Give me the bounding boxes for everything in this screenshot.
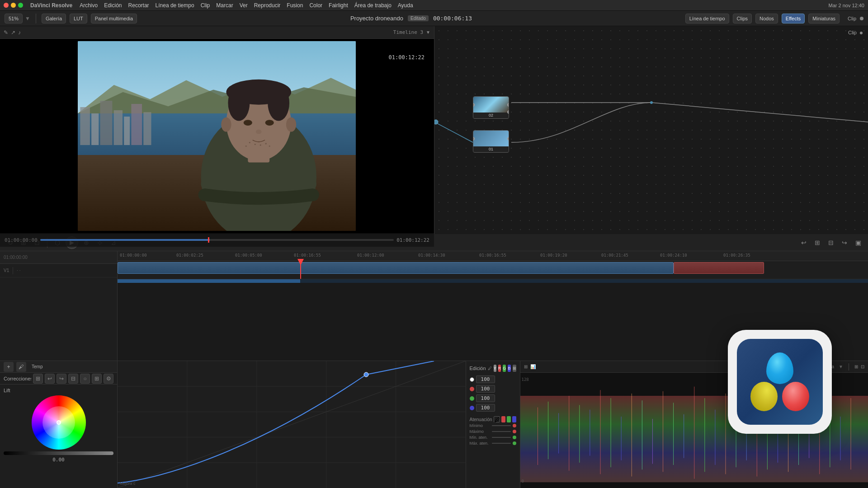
waveform-icon-2[interactable]: 📊 [530,364,536,369]
panel-multimedia-button[interactable]: Panel multimedia [91,14,137,23]
waveform-icon-3[interactable]: ⊞ [854,364,858,369]
att-max-dot[interactable] [513,430,516,433]
edition-icon[interactable]: 🖊 [488,365,492,372]
nodos-button[interactable]: Nodos [755,14,778,23]
channel-r[interactable]: R [498,365,501,372]
menu-ver[interactable]: Ver [240,2,248,9]
node-02-output-bottom[interactable] [507,110,509,114]
cs-icon-6[interactable]: ⊞ [92,374,102,384]
track-v1[interactable] [118,261,868,279]
timeline-right-3[interactable]: ⊟ [826,237,836,248]
cs-icon-1[interactable]: ⊞ [33,374,43,384]
svg-point-24 [245,145,246,147]
channel-g[interactable]: G [503,365,506,372]
linea-de-tiempo-button[interactable]: Línea de tiempo [685,14,729,23]
playhead-mini [208,237,209,243]
att-max-att-dot[interactable] [513,441,516,445]
att-max-row: Máximo [470,429,516,434]
att-btn-r[interactable] [501,416,505,422]
att-btn-b[interactable] [512,416,516,422]
menu-edicion[interactable]: Edición [104,2,122,9]
edition-label: Edición [470,366,486,371]
timeline-ruler: 01:00:00:00 01:00:02:25 01:00:05:00 01:0… [118,251,868,261]
color-wheel[interactable] [32,395,86,450]
node-editor: 02 01 [434,26,868,234]
att-btn-g[interactable] [507,416,511,422]
menu-reproducir[interactable]: Reproducir [254,2,281,9]
minimize-button[interactable] [11,3,16,8]
clip-blue-main[interactable] [118,262,674,274]
cs-icon-3[interactable]: ↪ [57,374,66,384]
svg-rect-4 [100,101,113,145]
att-min-dot[interactable] [513,424,516,427]
color-add-icon[interactable]: + [4,362,14,372]
node-thumbnail-01 [473,131,509,146]
waveform-dropdown[interactable]: ▼ [839,364,843,369]
cs-icon-buttons: ⊞ ↩ ↪ ⊟ ○ ⊞ ⚙ [33,374,113,384]
menu-clip[interactable]: Clip [201,2,210,9]
ruler-tc-10: 01:00:26:35 [723,253,750,258]
preview-top-toolbar: ✎ ↗ ♪ Timeline 3 ▼ [0,26,434,39]
clip-red[interactable] [674,262,764,274]
att-btn-eyedrop[interactable]: 🖊 [494,416,500,422]
node-02-output-top[interactable] [507,103,509,107]
menu-ayuda[interactable]: Ayuda [398,2,413,9]
node-01[interactable]: 01 [473,130,509,153]
menu-marcar[interactable]: Marcar [216,2,233,9]
ruler-tc-9: 01:00:24:10 [660,253,687,258]
channel-b[interactable]: B [508,365,510,372]
lut-button[interactable]: LUT [70,14,87,23]
menu-color[interactable]: Color [309,2,322,9]
timeline-dropdown[interactable]: ▼ [426,30,430,35]
timeline-right-2[interactable]: ⊞ [812,237,823,248]
menu-linea-de-tiempo[interactable]: Línea de tiempo [156,2,194,9]
effects-button[interactable]: Effects [782,14,805,23]
att-min-att-dot[interactable] [513,436,516,439]
channel-y[interactable]: Y [494,365,496,372]
close-button[interactable] [4,3,9,8]
ch-dot-white [470,377,474,382]
menu-fairlight[interactable]: Fairlight [329,2,348,9]
curve-editor[interactable]: Mejora c [118,361,466,488]
gallery-button[interactable]: Galería [42,14,66,23]
channel-all[interactable]: ⊞ [513,365,516,372]
waveform-icon-1[interactable]: ⊞ [524,364,528,369]
zoom-dropdown-icon[interactable]: ▼ [25,15,30,22]
menu-archivo[interactable]: Archivo [80,2,98,9]
timeline-right-4[interactable]: ↪ [839,237,850,248]
ch-value-blue[interactable]: 100 [476,404,495,412]
node-label-01: 01 [473,146,509,152]
zoom-button[interactable]: 51% [5,14,23,23]
att-max-att-line [492,443,511,444]
cs-icon-7[interactable]: ⚙ [104,374,113,384]
node-02[interactable]: 02 [473,96,509,119]
att-min-label: Mínimo [470,423,490,428]
color-wheel-container[interactable] [32,395,86,450]
menu-fusion[interactable]: Fusion [287,2,303,9]
menu-recortar[interactable]: Recortar [128,2,149,9]
ch-value-white[interactable]: 100 [476,375,495,383]
edited-badge: Editado [408,15,429,21]
timeline-mini-bar[interactable] [40,239,394,241]
cs-icon-5[interactable]: ○ [80,374,90,384]
clips-button[interactable]: Clips [733,14,752,23]
channel-row-red: 100 [470,385,516,393]
wheel-brightness-bar[interactable] [4,451,113,455]
timeline-right-5[interactable]: ▣ [853,237,863,248]
menu-area-de-trabajo[interactable]: Área de trabajo [354,2,392,9]
channel-row-blue: 100 [470,404,516,412]
timeline-right-1[interactable]: ↩ [798,237,809,248]
preview-canvas: 01:00:12:22 01:00:00:00 01:00:12:22 [0,39,434,247]
ch-value-red[interactable]: 100 [476,385,495,393]
ch-value-green[interactable]: 100 [476,394,495,402]
maximize-button[interactable] [18,3,23,8]
node-01-output[interactable] [507,137,509,141]
miniaturas-button[interactable]: Miniaturas [808,14,840,23]
svg-point-22 [259,144,261,145]
waveform-icon-4[interactable]: ⊡ [861,364,864,369]
cs-icon-2[interactable]: ↩ [45,374,55,384]
att-min-line [492,425,511,426]
svg-point-17 [255,130,261,134]
cs-icon-4[interactable]: ⊟ [68,374,78,384]
color-eyedrop-icon[interactable]: 🖋 [16,362,26,372]
